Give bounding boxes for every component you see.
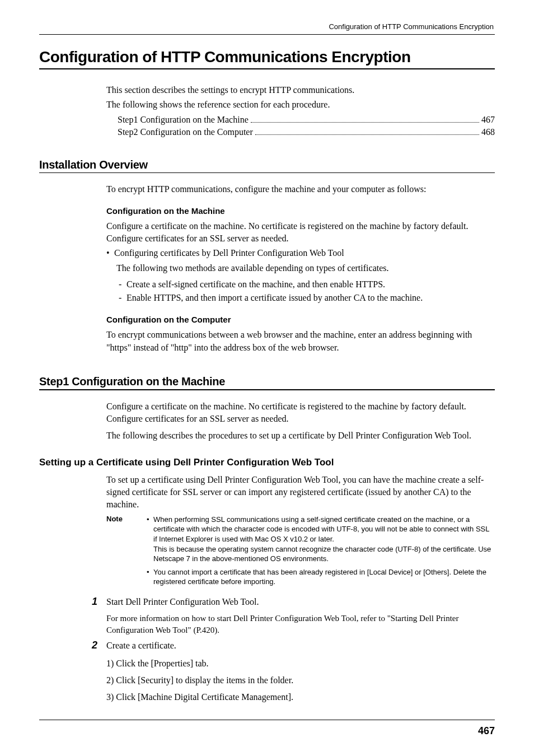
config-machine-p1: Configure a certificate on the machine. … [106, 220, 495, 245]
h2-rule [39, 389, 495, 390]
bullet-item: Configuring certificates by Dell Printer… [106, 247, 495, 259]
toc-page: 468 [481, 127, 495, 137]
step-row: 2 Create a certificate. [92, 640, 495, 652]
note-item: When performing SSL communications using… [147, 515, 495, 564]
intro-paragraph-2: The following shows the reference sectio… [106, 99, 495, 111]
note-label: Note [106, 515, 147, 590]
note-item: You cannot import a certificate that has… [147, 567, 495, 587]
note-block: Note When performing SSL communications … [106, 515, 495, 590]
bullet-list: Configuring certificates by Dell Printer… [106, 247, 495, 259]
substep: 1) Click the [Properties] tab. [106, 656, 495, 671]
section-installation-overview: Installation Overview [39, 158, 495, 171]
page-title: Configuration of HTTP Communications Enc… [39, 48, 495, 66]
page-number: 467 [478, 725, 495, 737]
toc-leader [251, 114, 479, 123]
toc-label: Step2 Configuration on the Computer [118, 127, 253, 137]
heading-config-computer: Configuration on the Computer [106, 315, 495, 324]
h1-rule [39, 68, 495, 69]
substep: 2) Click [Security] to display the items… [106, 673, 495, 688]
dash-item: Enable HTTPS, and then import a certific… [119, 291, 495, 305]
step-text: Create a certificate. [106, 640, 176, 652]
step-number: 2 [92, 640, 106, 651]
toc-page: 467 [481, 115, 495, 125]
intro-paragraph-1: This section describes the settings to e… [106, 84, 495, 96]
toc-entry: Step1 Configuration on the Machine 467 [118, 114, 495, 125]
step-text: Start Dell Printer Configuration Web Too… [106, 596, 259, 608]
toc-entry: Step2 Configuration on the Computer 468 [118, 126, 495, 137]
running-header: Configuration of HTTP Communications Enc… [39, 22, 495, 31]
dash-item: Create a self-signed certificate on the … [119, 278, 495, 291]
toc-leader [255, 126, 479, 135]
config-computer-p1: To encrypt communications between a web … [106, 329, 495, 354]
heading-config-machine: Configuration on the Machine [106, 206, 495, 216]
bottom-rule [39, 720, 495, 720]
step-number: 1 [92, 596, 106, 608]
installation-lead: To encrypt HTTP communications, configur… [106, 183, 495, 195]
dash-list: Create a self-signed certificate on the … [119, 278, 495, 305]
step-after-text: For more information on how to start Del… [106, 613, 495, 636]
toc-label: Step1 Configuration on the Machine [118, 115, 249, 125]
sub-lead: The following two methods are available … [116, 262, 495, 274]
h2-rule [39, 172, 495, 174]
note-body: When performing SSL communications using… [147, 515, 495, 590]
heading-setting-up-cert: Setting up a Certificate using Dell Prin… [39, 457, 495, 468]
substep: 3) Click [Machine Digital Certificate Ma… [106, 690, 495, 704]
step-row: 1 Start Dell Printer Configuration Web T… [92, 596, 495, 608]
cert-p1: To set up a certificate using Dell Print… [106, 474, 495, 511]
step1-p2: The following describes the procedures t… [106, 430, 495, 442]
section-step1: Step1 Configuration on the Machine [39, 375, 495, 388]
step1-p1: Configure a certificate on the machine. … [106, 400, 495, 426]
top-rule [39, 34, 495, 35]
